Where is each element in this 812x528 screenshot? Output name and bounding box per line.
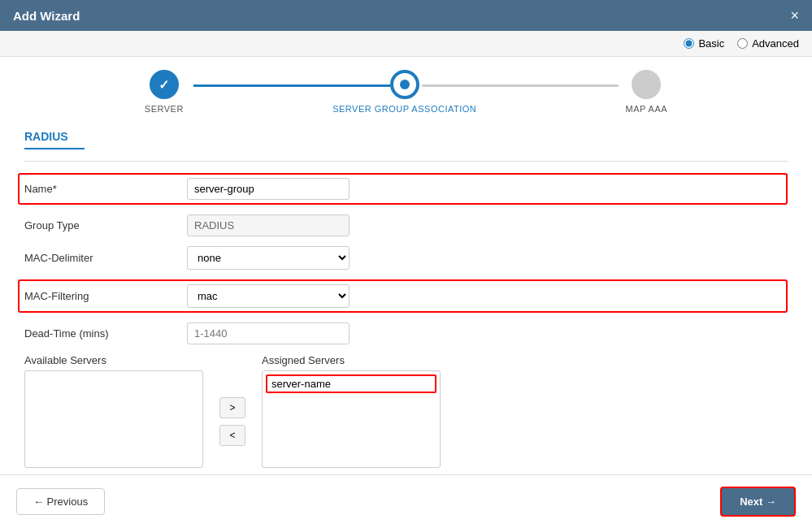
add-wizard-dialog: Add Wizard × Basic Advanced ✓ SERVER <box>0 0 812 528</box>
mac-filtering-select[interactable]: mac none enable <box>187 284 350 308</box>
step-server-group-label: SERVER GROUP ASSOCIATION <box>332 104 476 114</box>
step-server-circle: ✓ <box>150 70 179 99</box>
name-label: Name* <box>24 183 187 195</box>
basic-radio[interactable] <box>684 38 694 49</box>
dialog-footer: ← Previous Next → <box>0 474 812 528</box>
servers-arrows: > < <box>219 354 245 468</box>
assigned-servers-column: Assigned Servers server-name <box>262 354 441 468</box>
step-server-group: SERVER GROUP ASSOCIATION <box>332 70 476 114</box>
available-servers-column: Available Servers <box>24 354 203 468</box>
move-right-button[interactable]: > <box>219 397 245 418</box>
mac-filtering-row: MAC-Filtering mac none enable <box>18 279 788 313</box>
step-map-aaa: MAP AAA <box>626 70 668 114</box>
name-row: Name* <box>18 173 788 205</box>
dead-time-label: Dead-Time (mins) <box>24 327 187 340</box>
step-server-label: SERVER <box>145 104 184 114</box>
assigned-server-item[interactable]: server-name <box>266 374 436 393</box>
servers-section: Available Servers > < Assigned Servers s… <box>24 354 788 468</box>
mac-delimiter-row: MAC-Delimiter none colon hyphen dot <box>24 246 788 270</box>
section-divider <box>24 161 788 162</box>
group-type-input <box>187 214 350 236</box>
dead-time-row: Dead-Time (mins) <box>24 322 788 344</box>
assigned-servers-label: Assigned Servers <box>262 354 441 366</box>
basic-label: Basic <box>698 37 724 50</box>
steps-container: ✓ SERVER SERVER GROUP ASSOCIATION MAP AA… <box>145 70 667 114</box>
previous-button[interactable]: ← Previous <box>16 488 105 515</box>
group-type-label: Group Type <box>24 219 187 232</box>
dialog-content: RADIUS Name* Group Type MAC-Delimiter no… <box>0 122 812 474</box>
move-left-button[interactable]: < <box>219 425 245 446</box>
step-map-aaa-circle <box>632 70 661 99</box>
name-input[interactable] <box>187 178 350 200</box>
next-label: Next → <box>740 496 776 508</box>
dialog-toolbar: Basic Advanced <box>0 31 812 57</box>
wizard-steps: ✓ SERVER SERVER GROUP ASSOCIATION MAP AA… <box>0 57 812 122</box>
dead-time-input[interactable] <box>187 322 350 344</box>
basic-radio-label[interactable]: Basic <box>684 37 724 50</box>
group-type-row: Group Type <box>24 214 788 236</box>
available-servers-label: Available Servers <box>24 354 203 366</box>
section-title: RADIUS <box>24 130 85 149</box>
mode-radio-group: Basic Advanced <box>684 37 799 50</box>
step-server: ✓ SERVER <box>145 70 184 114</box>
advanced-radio[interactable] <box>737 38 748 49</box>
mac-delimiter-label: MAC-Delimiter <box>24 252 187 264</box>
close-button[interactable]: × <box>790 8 799 23</box>
mac-filtering-label: MAC-Filtering <box>24 290 187 302</box>
step-server-group-circle <box>390 70 419 99</box>
dialog-header: Add Wizard × <box>0 0 812 31</box>
available-servers-box[interactable] <box>24 370 203 468</box>
mac-delimiter-select[interactable]: none colon hyphen dot <box>187 246 350 270</box>
advanced-label: Advanced <box>752 37 799 50</box>
next-button[interactable]: Next → <box>720 487 796 517</box>
assigned-servers-box[interactable]: server-name <box>262 370 441 468</box>
dialog-title: Add Wizard <box>13 9 80 23</box>
advanced-radio-label[interactable]: Advanced <box>737 37 799 50</box>
step-map-aaa-label: MAP AAA <box>626 104 668 114</box>
previous-label: ← Previous <box>33 496 88 508</box>
